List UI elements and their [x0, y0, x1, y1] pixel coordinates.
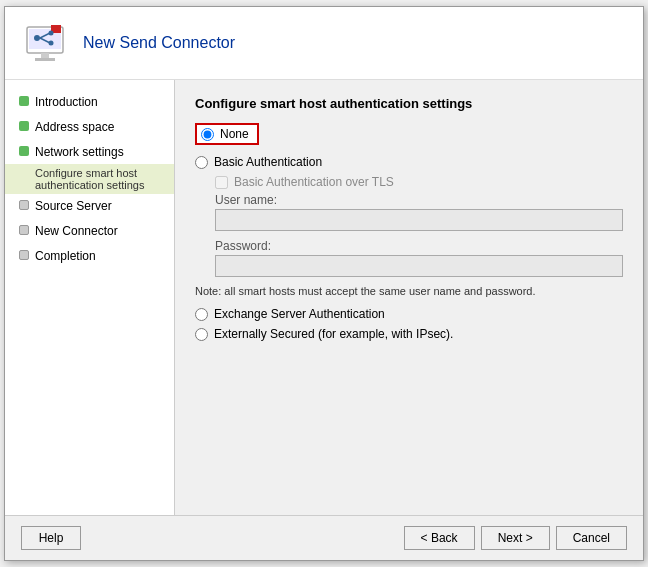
exchange-auth-label[interactable]: Exchange Server Authentication [214, 307, 385, 321]
externally-secured-option-row: Externally Secured (for example, with IP… [195, 327, 623, 341]
basic-auth-tls-option: Basic Authentication over TLS [215, 175, 623, 189]
exchange-auth-radio[interactable] [195, 308, 208, 321]
sidebar-item-source-server[interactable]: Source Server [5, 194, 174, 219]
sidebar-item-address-space[interactable]: Address space [5, 115, 174, 140]
sidebar-item-network-settings[interactable]: Network settings [5, 140, 174, 165]
exchange-auth-option-row: Exchange Server Authentication [195, 307, 623, 321]
dialog-title: New Send Connector [83, 34, 235, 52]
dot-new-connector [19, 225, 29, 235]
main-content: Configure smart host authentication sett… [175, 80, 643, 515]
none-option-box: None [195, 123, 259, 145]
sidebar-item-new-connector[interactable]: New Connector [5, 219, 174, 244]
none-radio[interactable] [201, 128, 214, 141]
dot-network-settings [19, 146, 29, 156]
dialog-header: New Send Connector [5, 7, 643, 80]
basic-auth-tls-checkbox[interactable] [215, 176, 228, 189]
back-button[interactable]: < Back [404, 526, 475, 550]
dot-source-server [19, 200, 29, 210]
dialog-footer: Help < Back Next > Cancel [5, 515, 643, 560]
username-group: User name: [215, 193, 623, 231]
svg-rect-3 [41, 53, 49, 58]
cancel-button[interactable]: Cancel [556, 526, 627, 550]
section-title: Configure smart host authentication sett… [195, 96, 623, 111]
svg-rect-4 [35, 58, 55, 61]
basic-auth-tls-label: Basic Authentication over TLS [234, 175, 394, 189]
basic-auth-radio[interactable] [195, 156, 208, 169]
dot-introduction [19, 96, 29, 106]
svg-point-5 [34, 35, 40, 41]
dialog-body: Introduction Address space Network setti… [5, 80, 643, 515]
next-button[interactable]: Next > [481, 526, 550, 550]
password-label: Password: [215, 239, 623, 253]
connector-icon [21, 19, 69, 67]
note-text: Note: all smart hosts must accept the sa… [195, 285, 623, 297]
footer-nav-buttons: < Back Next > Cancel [404, 526, 627, 550]
sidebar: Introduction Address space Network setti… [5, 80, 175, 515]
sidebar-item-configure-smart-host[interactable]: Configure smart host authentication sett… [5, 164, 174, 194]
sidebar-item-completion[interactable]: Completion [5, 244, 174, 269]
none-label[interactable]: None [220, 127, 249, 141]
externally-secured-label[interactable]: Externally Secured (for example, with IP… [214, 327, 453, 341]
username-label: User name: [215, 193, 623, 207]
svg-point-9 [49, 41, 54, 46]
externally-secured-radio[interactable] [195, 328, 208, 341]
basic-auth-label[interactable]: Basic Authentication [214, 155, 322, 169]
password-input[interactable] [215, 255, 623, 277]
none-option-wrapper: None [195, 123, 623, 149]
dot-address-space [19, 121, 29, 131]
help-button[interactable]: Help [21, 526, 81, 550]
svg-point-7 [49, 31, 54, 36]
dialog: New Send Connector Introduction Address … [4, 6, 644, 561]
basic-auth-option-row: Basic Authentication [195, 155, 623, 169]
sidebar-item-introduction[interactable]: Introduction [5, 90, 174, 115]
dot-completion [19, 250, 29, 260]
username-input[interactable] [215, 209, 623, 231]
password-group: Password: [215, 239, 623, 277]
